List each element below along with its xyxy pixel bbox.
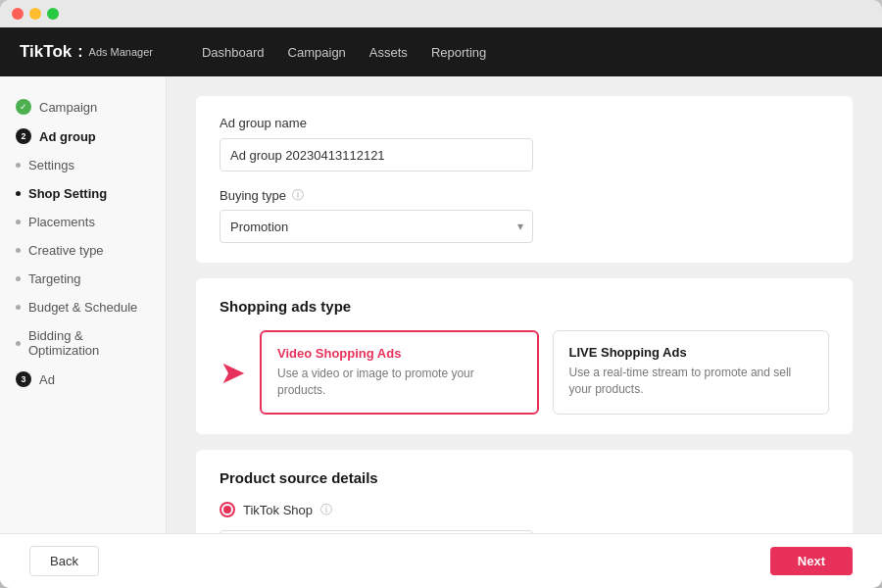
select-shop-dropdown[interactable]: Select a TikTok Shop xyxy=(220,530,533,533)
sidebar: ✓ Campaign 2 Ad group Settings Shop Sett… xyxy=(0,76,167,533)
sidebar-item-targeting[interactable]: Targeting xyxy=(0,265,166,293)
tiktok-shop-info-icon[interactable]: ⓘ xyxy=(320,502,332,518)
traffic-light-red[interactable] xyxy=(12,8,24,20)
sidebar-label-campaign: Campaign xyxy=(39,100,97,115)
sidebar-item-settings[interactable]: Settings xyxy=(0,151,166,179)
ads-card-video-title: Video Shopping Ads xyxy=(277,346,521,361)
sidebar-label-ad: Ad xyxy=(39,372,55,387)
dot-shop-setting xyxy=(16,191,21,196)
sidebar-item-shop-setting[interactable]: Shop Setting xyxy=(0,179,166,208)
dot-targeting xyxy=(16,276,21,281)
section-adgroup-info: Ad group name Buying type ⓘ Promotion ▾ xyxy=(196,96,853,263)
select-shop-wrapper: Select a TikTok Shop ▾ xyxy=(220,530,533,533)
radio-circle-tiktok-shop xyxy=(220,502,235,517)
nav-dashboard[interactable]: Dashboard xyxy=(202,45,265,60)
traffic-light-green[interactable] xyxy=(47,8,59,20)
buying-type-select-wrapper: Promotion ▾ xyxy=(220,210,533,243)
ads-card-live-desc: Use a real-time stream to promote and se… xyxy=(569,365,813,398)
sidebar-item-placements[interactable]: Placements xyxy=(0,208,166,236)
radio-tiktok-shop[interactable]: TikTok Shop ⓘ xyxy=(220,502,829,518)
dot-budget-schedule xyxy=(16,305,21,310)
buying-type-select[interactable]: Promotion xyxy=(220,210,533,243)
product-source-title: Product source details xyxy=(220,469,829,486)
ad-group-name-label: Ad group name xyxy=(220,116,829,130)
num-badge-ad: 3 xyxy=(16,371,31,387)
ads-card-live-title: LIVE Shopping Ads xyxy=(569,345,813,360)
ads-cards: Video Shopping Ads Use a video or image … xyxy=(260,330,829,415)
dot-placements xyxy=(16,220,21,224)
sidebar-item-campaign[interactable]: ✓ Campaign xyxy=(0,92,166,122)
sidebar-item-budget-schedule[interactable]: Budget & Schedule xyxy=(0,293,166,321)
nav-reporting[interactable]: Reporting xyxy=(431,45,486,60)
app-window: TikTok: Ads Manager Dashboard Campaign A… xyxy=(0,0,882,588)
sidebar-item-adgroup[interactable]: 2 Ad group xyxy=(0,122,166,151)
sidebar-label-targeting: Targeting xyxy=(28,271,80,286)
buying-type-info-icon[interactable]: ⓘ xyxy=(292,187,304,204)
sidebar-label-budget-schedule: Budget & Schedule xyxy=(28,300,137,315)
dot-bidding-optimization xyxy=(16,341,21,346)
sidebar-label-creative-type: Creative type xyxy=(28,243,104,258)
section-product-source: Product source details TikTok Shop ⓘ Sel… xyxy=(196,450,853,533)
sidebar-item-creative-type[interactable]: Creative type xyxy=(0,236,166,265)
nav-assets[interactable]: Assets xyxy=(369,45,408,60)
sidebar-item-bidding-optimization[interactable]: Bidding & Optimization xyxy=(0,321,166,365)
top-nav: TikTok: Ads Manager Dashboard Campaign A… xyxy=(0,27,882,76)
nav-links: Dashboard Campaign Assets Reporting xyxy=(202,45,486,60)
arrow-container: ➤ Video Shopping Ads Use a video or imag… xyxy=(220,330,829,415)
traffic-light-yellow[interactable] xyxy=(29,8,41,20)
logo-colon: : xyxy=(77,43,82,61)
dot-creative-type xyxy=(16,248,21,253)
sidebar-label-settings: Settings xyxy=(28,158,74,172)
sidebar-label-placements: Placements xyxy=(28,215,95,229)
dot-settings xyxy=(16,163,21,168)
ads-card-live-shopping[interactable]: LIVE Shopping Ads Use a real-time stream… xyxy=(553,330,830,415)
next-button[interactable]: Next xyxy=(770,547,853,575)
logo-subtitle: Ads Manager xyxy=(89,46,153,58)
content-area: Ad group name Buying type ⓘ Promotion ▾ xyxy=(167,76,882,533)
nav-campaign[interactable]: Campaign xyxy=(288,45,346,60)
main-body: ✓ Campaign 2 Ad group Settings Shop Sett… xyxy=(0,76,882,533)
sidebar-label-shop-setting: Shop Setting xyxy=(28,186,107,201)
title-bar xyxy=(0,0,882,27)
num-badge-adgroup: 2 xyxy=(16,128,31,144)
back-button[interactable]: Back xyxy=(29,546,99,576)
ad-group-name-input[interactable] xyxy=(220,138,533,172)
footer: Back Next xyxy=(0,533,882,588)
ads-card-video-desc: Use a video or image to promote your pro… xyxy=(277,366,521,399)
sidebar-item-ad[interactable]: 3 Ad xyxy=(0,365,166,394)
shopping-ads-type-title: Shopping ads type xyxy=(220,298,829,315)
buying-type-label: Buying type xyxy=(220,188,286,203)
red-arrow-icon: ➤ xyxy=(220,354,246,391)
sidebar-label-adgroup: Ad group xyxy=(39,129,96,144)
logo: TikTok: Ads Manager xyxy=(20,42,153,62)
sidebar-label-bidding-optimization: Bidding & Optimization xyxy=(28,328,150,358)
ads-card-video-shopping[interactable]: Video Shopping Ads Use a video or image … xyxy=(260,330,539,415)
check-icon: ✓ xyxy=(16,99,31,115)
logo-tiktok: TikTok xyxy=(20,42,72,62)
radio-label-tiktok-shop: TikTok Shop xyxy=(243,503,313,517)
section-shopping-ads-type: Shopping ads type ➤ Video Shopping Ads U… xyxy=(196,278,853,434)
